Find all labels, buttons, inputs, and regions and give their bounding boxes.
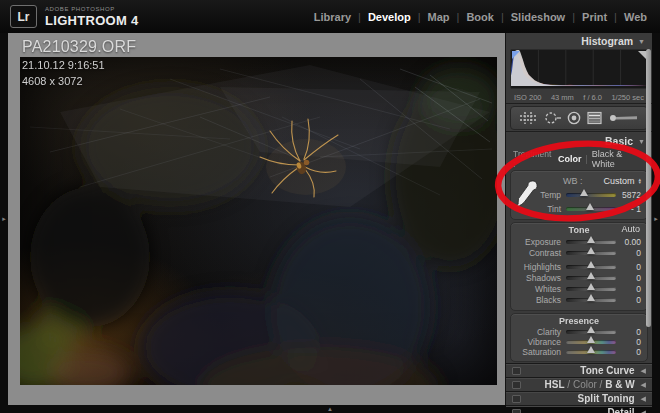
module-book[interactable]: Book <box>459 11 501 23</box>
histogram-plot <box>511 50 648 86</box>
tone-curve-title: Tone Curve <box>580 365 634 376</box>
presence-group: Presence Clarity 0 Vibrance 0 Saturation… <box>510 313 648 362</box>
whites-slider[interactable] <box>566 287 616 291</box>
basic-panel-header[interactable]: Basic ▼ <box>506 133 652 149</box>
shadows-value[interactable]: 0 <box>616 273 641 283</box>
tint-slider-thumb[interactable] <box>586 203 594 210</box>
focal-length-value: 43 mm <box>551 93 574 102</box>
vibrance-slider-thumb[interactable] <box>587 336 595 343</box>
module-develop[interactable]: Develop <box>361 11 418 23</box>
bottom-panel-reveal-icon[interactable]: ▲ <box>327 405 333 413</box>
exposure-slider-thumb[interactable] <box>587 236 595 243</box>
whites-slider-thumb[interactable] <box>587 283 595 290</box>
tone-header-label: Tone <box>569 225 590 235</box>
spot-removal-icon[interactable] <box>544 111 562 125</box>
temp-value[interactable]: 5872 <box>616 190 641 200</box>
panel-switch-icon[interactable] <box>512 367 521 375</box>
clarity-label: Clarity <box>515 327 566 337</box>
wb-label: WB : <box>563 176 583 186</box>
highlights-slider-thumb[interactable] <box>587 261 595 268</box>
highlights-slider[interactable] <box>566 265 616 269</box>
hsl-separator: / <box>565 379 573 390</box>
histogram[interactable] <box>510 49 648 89</box>
clarity-slider-thumb[interactable] <box>587 326 595 333</box>
graduated-filter-icon[interactable] <box>586 111 604 125</box>
whites-value[interactable]: 0 <box>616 284 641 294</box>
right-panel-collapse-icon[interactable]: ▸ <box>654 215 658 223</box>
highlights-value[interactable]: 0 <box>616 262 641 272</box>
module-picker-bar: Lr ADOBE PHOTOSHOP LIGHTROOM 4 Library |… <box>0 0 660 34</box>
module-print[interactable]: Print <box>575 11 614 23</box>
shutter-value: 1/250 sec <box>611 93 644 102</box>
wb-preset-arrows-icon[interactable]: ▴▾ <box>638 178 641 184</box>
module-web[interactable]: Web <box>617 11 654 23</box>
tone-group-header: Tone Auto <box>511 224 647 236</box>
chevron-down-icon: ▼ <box>638 38 645 45</box>
left-panel-reveal-icon[interactable]: ▸ <box>2 215 6 223</box>
highlight-clipping-indicator[interactable] <box>638 51 646 59</box>
blacks-value[interactable]: 0 <box>616 295 641 305</box>
red-eye-icon[interactable] <box>566 111 582 125</box>
module-slideshow[interactable]: Slideshow <box>504 11 572 23</box>
contrast-slider-row: Contrast 0 <box>511 247 647 258</box>
white-balance-group: WB : Custom ▴▾ Temp 5872 Tint - 1 <box>510 170 648 220</box>
left-panel-strip[interactable]: ▸ <box>0 33 8 405</box>
contrast-value[interactable]: 0 <box>616 248 641 258</box>
saturation-value[interactable]: 0 <box>616 347 641 357</box>
develop-right-panel: Histogram ▼ ISO 200 43 mm f / 6.0 1/250 … <box>505 33 652 405</box>
vibrance-value[interactable]: 0 <box>616 337 641 347</box>
contrast-slider-thumb[interactable] <box>587 247 595 254</box>
clarity-slider[interactable] <box>566 330 616 334</box>
exposure-slider[interactable] <box>566 240 616 244</box>
temp-slider[interactable] <box>566 193 616 197</box>
treatment-bw-option[interactable]: Black & White <box>592 149 645 169</box>
histogram-panel-header[interactable]: Histogram ▼ <box>506 33 652 49</box>
wb-preset-select[interactable]: Custom <box>603 176 634 186</box>
white-balance-eyedropper-icon[interactable] <box>514 176 540 210</box>
vibrance-slider-row: Vibrance 0 <box>511 337 647 347</box>
panel-hsl[interactable]: HSL / Color / B & W ◀ <box>506 377 652 391</box>
saturation-slider-thumb[interactable] <box>587 346 595 353</box>
contrast-slider[interactable] <box>566 251 616 255</box>
exposure-value[interactable]: 0.00 <box>616 237 641 247</box>
right-panel-strip[interactable]: ▸ <box>652 33 660 405</box>
temp-slider-thumb[interactable] <box>580 189 588 196</box>
shadows-slider-thumb[interactable] <box>587 272 595 279</box>
panel-detail[interactable]: Detail ◀ <box>506 405 652 413</box>
presence-group-header: Presence <box>511 315 647 327</box>
shadow-clipping-indicator[interactable] <box>512 51 520 59</box>
panel-scrollbar[interactable] <box>646 49 651 327</box>
blacks-slider-thumb[interactable] <box>587 294 595 301</box>
histogram-title: Histogram <box>581 35 633 47</box>
panel-split-toning[interactable]: Split Toning ◀ <box>506 391 652 405</box>
adjustment-brush-icon[interactable] <box>609 111 639 125</box>
exposure-label: Exposure <box>515 237 566 247</box>
panel-tone-curve[interactable]: Tone Curve ◀ <box>506 363 652 377</box>
tone-auto-button[interactable]: Auto <box>621 224 640 234</box>
panel-switch-icon[interactable] <box>512 409 521 413</box>
highlights-slider-row: Highlights 0 <box>511 261 647 272</box>
shadows-slider[interactable] <box>566 276 616 280</box>
bw-segment[interactable]: B & W <box>605 379 634 390</box>
blacks-slider[interactable] <box>566 298 616 302</box>
blacks-slider-row: Blacks 0 <box>511 294 647 305</box>
tint-slider[interactable] <box>566 207 616 211</box>
clarity-value[interactable]: 0 <box>616 327 641 337</box>
lightroom-logo: Lr <box>10 5 37 28</box>
vibrance-slider[interactable] <box>566 340 616 344</box>
hsl-segment[interactable]: HSL <box>545 379 565 390</box>
saturation-slider[interactable] <box>566 350 616 354</box>
crop-overlay-icon[interactable] <box>519 111 539 125</box>
exif-readout: ISO 200 43 mm f / 6.0 1/250 sec <box>506 91 652 103</box>
module-map[interactable]: Map <box>421 11 457 23</box>
module-library[interactable]: Library <box>307 11 358 23</box>
panel-switch-icon[interactable] <box>512 381 521 389</box>
photo-filename: PA210329.ORF <box>22 39 136 55</box>
photo-dimensions: 4608 x 3072 <box>22 76 136 87</box>
treatment-color-option[interactable]: Color <box>558 154 582 164</box>
hsl-separator: / <box>597 379 605 390</box>
panel-switch-icon[interactable] <box>512 395 521 403</box>
develop-canvas-area: PA210329.ORF 21.10.12 9:16:51 4608 x 307… <box>8 33 505 405</box>
tint-value[interactable]: - 1 <box>616 204 641 214</box>
color-segment[interactable]: Color <box>573 379 597 390</box>
